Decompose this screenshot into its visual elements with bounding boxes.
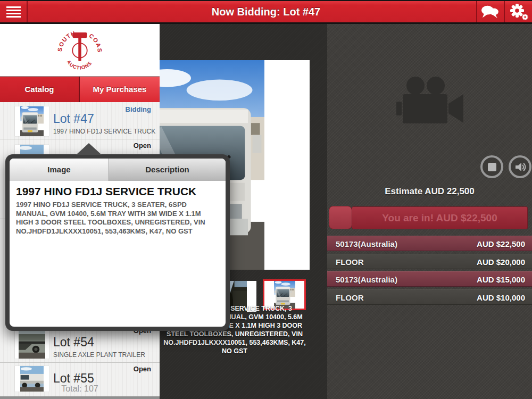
- bid-amount: AUD $15,000: [477, 272, 525, 287]
- bid-history-row: FLOOR AUD $20,000: [327, 254, 532, 269]
- now-bidding-title: Now Bidding: Lot #47: [106, 1, 426, 22]
- video-camera-icon: [395, 76, 464, 127]
- popover-body: Image Description 1997 HINO FD1J SERVICE…: [10, 159, 226, 327]
- popover-lot-title: 1997 HINO FD1J SERVICE TRUCK: [16, 185, 219, 198]
- popover-content: 1997 HINO FD1J SERVICE TRUCK 1997 HINO F…: [10, 181, 226, 240]
- auction-app: Now Bidding: Lot #47: [0, 0, 532, 399]
- chat-button[interactable]: [476, 1, 503, 22]
- bid-amount: AUD $10,000: [477, 290, 525, 305]
- lot-47-number: Lot #47: [53, 112, 94, 126]
- bidder-name: 50173(Australia): [336, 272, 397, 287]
- popover-tab-image[interactable]: Image: [10, 159, 109, 181]
- lot-47-description: 1997 HINO FD1J SERVICE TRUCK: [53, 128, 155, 135]
- sidebar-tabs: Catalog My Purchases: [0, 76, 160, 102]
- bidder-name: FLOOR: [336, 290, 364, 305]
- lot-54-description: SINGLE AXLE PLANT TRAILER: [53, 351, 145, 359]
- stop-icon: [488, 163, 496, 171]
- menu-button[interactable]: [0, 1, 28, 22]
- popover-tabs: Image Description: [10, 159, 226, 181]
- hamburger-icon: [6, 6, 21, 18]
- you-are-in-button[interactable]: You are in! AUD $22,500: [352, 206, 528, 229]
- bidder-name: FLOOR: [336, 254, 364, 270]
- popover-lot-description: 1997 HINO FD1J SERVICE TRUCK, 3 SEATER, …: [16, 201, 219, 236]
- volume-button[interactable]: [509, 155, 531, 178]
- bid-amount: AUD $20,000: [477, 254, 525, 270]
- estimate-label: Estimate AUD 22,500: [327, 186, 532, 197]
- lot-item-54[interactable]: Open Lot #54 SINGLE AXLE PLANT TRAILER: [0, 326, 160, 363]
- logo-area: SOUTH COAST AUCTIONS: [0, 24, 160, 76]
- bid-slider-handle[interactable]: [329, 206, 352, 229]
- bidder-name: 50173(Australia): [336, 236, 397, 252]
- lot-47-thumbnail: [15, 106, 49, 136]
- lot-55-number: Lot #55: [53, 371, 94, 386]
- lot-item-47[interactable]: Bidding Lot #47 1997 HINO FD1J SERVICE T…: [0, 102, 160, 139]
- popover-arrow: [76, 143, 102, 155]
- settings-gear-icon: [508, 2, 529, 21]
- lot-55-status-badge: Open: [134, 365, 151, 373]
- bid-history-row: 50173(Australia) AUD $15,000: [327, 271, 532, 287]
- lot-54-number: Lot #54: [53, 335, 94, 350]
- tab-catalog[interactable]: Catalog: [0, 77, 80, 103]
- bidding-panel: Estimate AUD 22,500 You are in! AUD $22,…: [327, 24, 532, 399]
- lot-47-status-badge: Bidding: [126, 105, 151, 113]
- stop-video-button[interactable]: [480, 155, 503, 178]
- bid-amount: AUD $22,500: [477, 236, 525, 252]
- lot-48-status-badge: Open: [134, 142, 151, 149]
- volume-icon: [514, 161, 527, 173]
- lot-54-thumbnail: [15, 329, 49, 359]
- chat-icon: [480, 4, 500, 19]
- settings-button[interactable]: [504, 1, 532, 22]
- lot-detail-popover: Image Description 1997 HINO FD1J SERVICE…: [5, 154, 230, 331]
- tab-my-purchases[interactable]: My Purchases: [80, 77, 160, 103]
- top-bar: Now Bidding: Lot #47: [0, 0, 532, 24]
- bid-history-row: 50173(Australia) AUD $22,500: [327, 236, 532, 251]
- bid-history-row: FLOOR AUD $10,000: [327, 289, 532, 305]
- list-footer-bar: [0, 396, 160, 399]
- lot-total-count: Total: 107: [0, 384, 160, 394]
- popover-tab-description[interactable]: Description: [109, 159, 226, 181]
- south-coast-auctions-logo: SOUTH COAST AUCTIONS: [55, 27, 104, 73]
